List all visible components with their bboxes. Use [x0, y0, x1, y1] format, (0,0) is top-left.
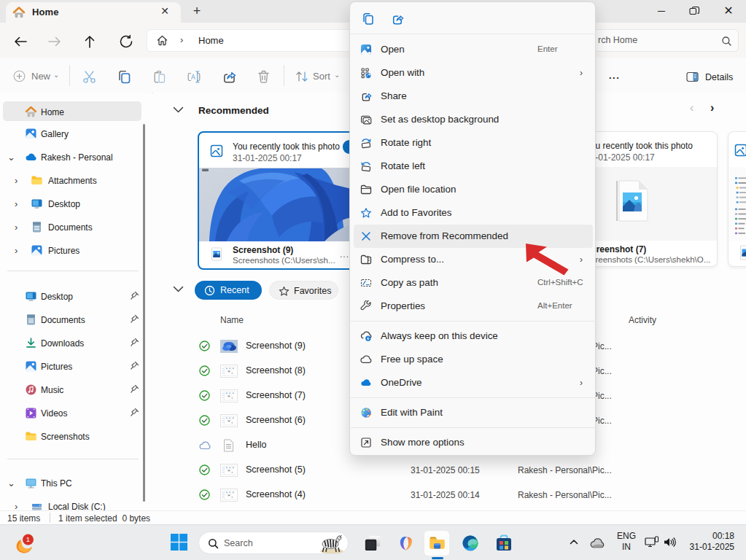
svg-text:1: 1: [26, 535, 30, 543]
